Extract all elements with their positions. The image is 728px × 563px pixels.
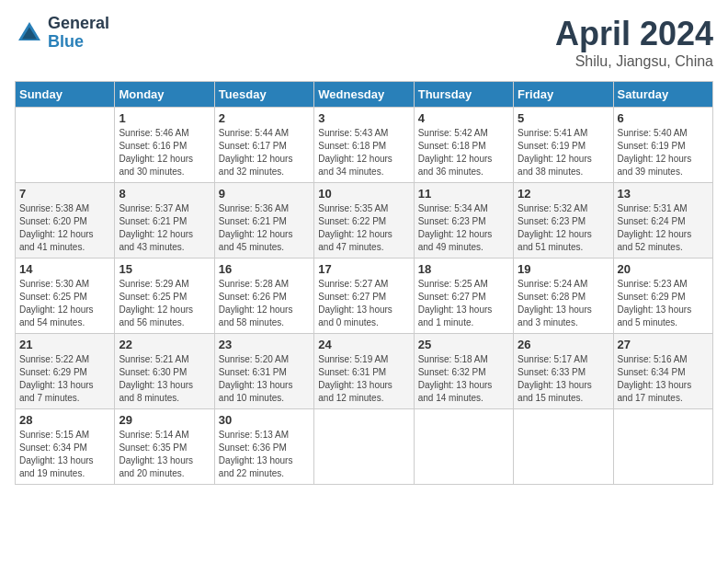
calendar-cell (314, 409, 414, 485)
day-info: Sunrise: 5:31 AM Sunset: 6:24 PM Dayligh… (618, 202, 709, 254)
day-number: 15 (119, 262, 210, 276)
day-info: Sunrise: 5:16 AM Sunset: 6:34 PM Dayligh… (618, 353, 709, 405)
day-info: Sunrise: 5:46 AM Sunset: 6:16 PM Dayligh… (119, 127, 210, 178)
day-info: Sunrise: 5:17 AM Sunset: 6:33 PM Dayligh… (518, 353, 609, 405)
day-info: Sunrise: 5:13 AM Sunset: 6:36 PM Dayligh… (219, 429, 310, 480)
day-number: 12 (518, 187, 609, 201)
day-info: Sunrise: 5:44 AM Sunset: 6:17 PM Dayligh… (219, 127, 310, 178)
day-info: Sunrise: 5:22 AM Sunset: 6:29 PM Dayligh… (19, 353, 110, 405)
calendar-cell: 7Sunrise: 5:38 AM Sunset: 6:20 PM Daylig… (16, 183, 115, 259)
calendar-cell (414, 409, 513, 485)
day-number: 25 (418, 338, 509, 351)
day-info: Sunrise: 5:30 AM Sunset: 6:25 PM Dayligh… (19, 278, 110, 329)
calendar-cell: 20Sunrise: 5:23 AM Sunset: 6:29 PM Dayli… (613, 259, 712, 334)
calendar-cell: 25Sunrise: 5:18 AM Sunset: 6:32 PM Dayli… (414, 334, 513, 409)
day-info: Sunrise: 5:42 AM Sunset: 6:18 PM Dayligh… (418, 127, 509, 178)
day-number: 24 (318, 338, 409, 351)
day-info: Sunrise: 5:20 AM Sunset: 6:31 PM Dayligh… (219, 353, 310, 405)
week-row-2: 7Sunrise: 5:38 AM Sunset: 6:20 PM Daylig… (16, 183, 713, 259)
day-info: Sunrise: 5:40 AM Sunset: 6:19 PM Dayligh… (618, 127, 709, 178)
day-number: 3 (318, 111, 409, 125)
calendar-cell (16, 108, 115, 183)
calendar-cell: 18Sunrise: 5:25 AM Sunset: 6:27 PM Dayli… (414, 259, 513, 334)
calendar-cell: 21Sunrise: 5:22 AM Sunset: 6:29 PM Dayli… (16, 334, 115, 409)
day-info: Sunrise: 5:36 AM Sunset: 6:21 PM Dayligh… (219, 202, 310, 254)
day-info: Sunrise: 5:34 AM Sunset: 6:23 PM Dayligh… (418, 202, 509, 254)
calendar-cell: 5Sunrise: 5:41 AM Sunset: 6:19 PM Daylig… (514, 108, 613, 183)
calendar-header-monday: Monday (115, 82, 214, 108)
calendar-cell: 17Sunrise: 5:27 AM Sunset: 6:27 PM Dayli… (314, 259, 414, 334)
day-info: Sunrise: 5:19 AM Sunset: 6:31 PM Dayligh… (318, 353, 409, 405)
calendar-header-row: SundayMondayTuesdayWednesdayThursdayFrid… (16, 82, 713, 108)
day-number: 7 (19, 187, 110, 201)
day-number: 5 (518, 111, 609, 125)
location: Shilu, Jiangsu, China (555, 53, 713, 70)
calendar-table: SundayMondayTuesdayWednesdayThursdayFrid… (15, 81, 713, 485)
day-info: Sunrise: 5:38 AM Sunset: 6:20 PM Dayligh… (19, 202, 110, 254)
calendar-cell: 9Sunrise: 5:36 AM Sunset: 6:21 PM Daylig… (214, 183, 313, 259)
calendar-cell: 15Sunrise: 5:29 AM Sunset: 6:25 PM Dayli… (115, 259, 214, 334)
title-block: April 2024 Shilu, Jiangsu, China (555, 15, 713, 70)
calendar-cell: 19Sunrise: 5:24 AM Sunset: 6:28 PM Dayli… (514, 259, 613, 334)
day-info: Sunrise: 5:25 AM Sunset: 6:27 PM Dayligh… (418, 278, 509, 329)
day-info: Sunrise: 5:43 AM Sunset: 6:18 PM Dayligh… (318, 127, 409, 178)
calendar-cell: 22Sunrise: 5:21 AM Sunset: 6:30 PM Dayli… (115, 334, 214, 409)
calendar-cell: 3Sunrise: 5:43 AM Sunset: 6:18 PM Daylig… (314, 108, 414, 183)
day-info: Sunrise: 5:29 AM Sunset: 6:25 PM Dayligh… (119, 278, 210, 329)
calendar-cell: 13Sunrise: 5:31 AM Sunset: 6:24 PM Dayli… (613, 183, 712, 259)
calendar-cell: 24Sunrise: 5:19 AM Sunset: 6:31 PM Dayli… (314, 334, 414, 409)
logo: General Blue (15, 15, 109, 52)
week-row-3: 14Sunrise: 5:30 AM Sunset: 6:25 PM Dayli… (16, 259, 713, 334)
calendar-cell: 6Sunrise: 5:40 AM Sunset: 6:19 PM Daylig… (613, 108, 712, 183)
calendar-body: 1Sunrise: 5:46 AM Sunset: 6:16 PM Daylig… (16, 108, 713, 485)
day-number: 11 (418, 187, 509, 201)
day-info: Sunrise: 5:14 AM Sunset: 6:35 PM Dayligh… (119, 429, 210, 480)
week-row-1: 1Sunrise: 5:46 AM Sunset: 6:16 PM Daylig… (16, 108, 713, 183)
day-number: 22 (119, 338, 210, 351)
day-number: 26 (518, 338, 609, 351)
calendar-cell: 29Sunrise: 5:14 AM Sunset: 6:35 PM Dayli… (115, 409, 214, 485)
day-number: 16 (219, 262, 310, 276)
calendar-cell: 26Sunrise: 5:17 AM Sunset: 6:33 PM Dayli… (514, 334, 613, 409)
logo-text: General Blue (48, 15, 109, 52)
day-info: Sunrise: 5:15 AM Sunset: 6:34 PM Dayligh… (19, 429, 110, 480)
day-number: 8 (119, 187, 210, 201)
calendar-cell: 30Sunrise: 5:13 AM Sunset: 6:36 PM Dayli… (214, 409, 313, 485)
logo-blue: Blue (48, 33, 109, 52)
day-number: 13 (618, 187, 709, 201)
calendar-header-thursday: Thursday (414, 82, 513, 108)
day-number: 30 (219, 413, 310, 427)
day-number: 28 (19, 413, 110, 427)
calendar-cell: 1Sunrise: 5:46 AM Sunset: 6:16 PM Daylig… (115, 108, 214, 183)
calendar-header-wednesday: Wednesday (314, 82, 414, 108)
day-info: Sunrise: 5:32 AM Sunset: 6:23 PM Dayligh… (518, 202, 609, 254)
day-number: 1 (119, 111, 210, 125)
calendar-cell: 10Sunrise: 5:35 AM Sunset: 6:22 PM Dayli… (314, 183, 414, 259)
day-number: 10 (318, 187, 409, 201)
calendar-cell: 28Sunrise: 5:15 AM Sunset: 6:34 PM Dayli… (16, 409, 115, 485)
day-number: 19 (518, 262, 609, 276)
day-info: Sunrise: 5:37 AM Sunset: 6:21 PM Dayligh… (119, 202, 210, 254)
day-info: Sunrise: 5:41 AM Sunset: 6:19 PM Dayligh… (518, 127, 609, 178)
day-number: 27 (618, 338, 709, 351)
week-row-5: 28Sunrise: 5:15 AM Sunset: 6:34 PM Dayli… (16, 409, 713, 485)
day-number: 23 (219, 338, 310, 351)
calendar-header-tuesday: Tuesday (214, 82, 313, 108)
day-number: 20 (618, 262, 709, 276)
calendar-cell: 23Sunrise: 5:20 AM Sunset: 6:31 PM Dayli… (214, 334, 313, 409)
calendar-cell: 14Sunrise: 5:30 AM Sunset: 6:25 PM Dayli… (16, 259, 115, 334)
day-info: Sunrise: 5:24 AM Sunset: 6:28 PM Dayligh… (518, 278, 609, 329)
calendar-cell (514, 409, 613, 485)
calendar-cell: 11Sunrise: 5:34 AM Sunset: 6:23 PM Dayli… (414, 183, 513, 259)
logo-icon (15, 18, 44, 48)
day-number: 4 (418, 111, 509, 125)
day-info: Sunrise: 5:23 AM Sunset: 6:29 PM Dayligh… (618, 278, 709, 329)
day-number: 2 (219, 111, 310, 125)
calendar-cell: 8Sunrise: 5:37 AM Sunset: 6:21 PM Daylig… (115, 183, 214, 259)
day-number: 21 (19, 338, 110, 351)
day-number: 17 (318, 262, 409, 276)
calendar-cell (613, 409, 712, 485)
day-number: 29 (119, 413, 210, 427)
calendar-header-saturday: Saturday (613, 82, 712, 108)
calendar-header-friday: Friday (514, 82, 613, 108)
